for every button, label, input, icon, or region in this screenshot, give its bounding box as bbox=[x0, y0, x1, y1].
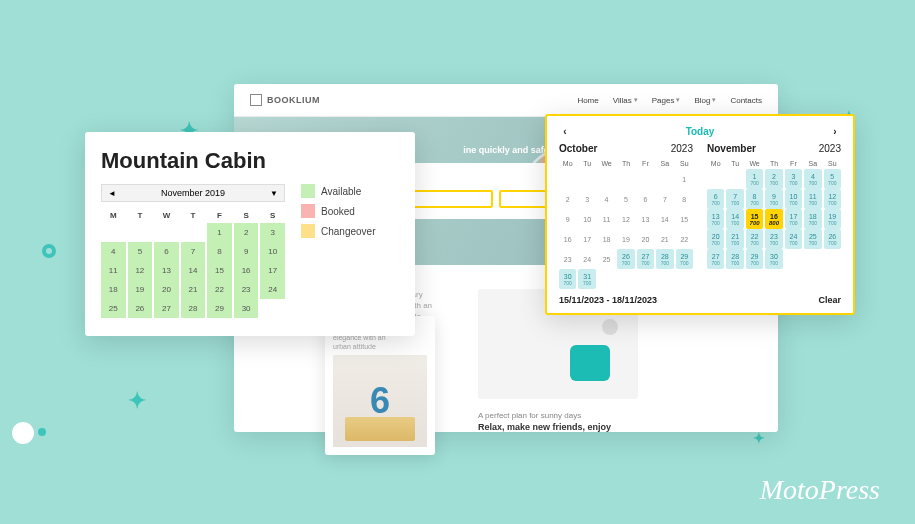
date-cell[interactable]: 22 bbox=[676, 229, 693, 249]
date-cell[interactable]: 1700 bbox=[746, 169, 763, 189]
today-button[interactable]: Today bbox=[686, 126, 715, 137]
date-cell[interactable]: 11 bbox=[598, 209, 615, 229]
calendar-day[interactable]: 15 bbox=[207, 261, 232, 280]
date-cell[interactable]: 30700 bbox=[559, 269, 576, 289]
date-cell[interactable]: 26700 bbox=[617, 249, 634, 269]
calendar-day[interactable]: 18 bbox=[101, 280, 126, 299]
nav-item[interactable]: Contacts bbox=[730, 96, 762, 105]
date-cell[interactable]: 12700 bbox=[824, 189, 841, 209]
date-cell[interactable]: 20700 bbox=[707, 229, 724, 249]
date-cell[interactable]: 25 bbox=[598, 249, 615, 269]
date-cell[interactable]: 3 bbox=[578, 189, 595, 209]
calendar-day[interactable]: 27 bbox=[154, 299, 179, 318]
calendar-day[interactable]: 19 bbox=[128, 280, 153, 299]
calendar-day[interactable]: 24 bbox=[260, 280, 285, 299]
date-cell[interactable]: 20 bbox=[637, 229, 654, 249]
date-cell[interactable]: 29700 bbox=[676, 249, 693, 269]
date-cell[interactable]: 30700 bbox=[765, 249, 782, 269]
date-cell[interactable]: 4 bbox=[598, 189, 615, 209]
chevron-left-icon[interactable]: ◄ bbox=[108, 189, 116, 198]
calendar-day[interactable]: 17 bbox=[260, 261, 285, 280]
calendar-day[interactable]: 9 bbox=[234, 242, 259, 261]
date-cell[interactable]: 10700 bbox=[785, 189, 802, 209]
date-cell[interactable]: 3700 bbox=[785, 169, 802, 189]
date-cell[interactable]: 28700 bbox=[726, 249, 743, 269]
date-cell[interactable]: 27700 bbox=[707, 249, 724, 269]
date-cell[interactable]: 21700 bbox=[726, 229, 743, 249]
date-cell[interactable]: 6700 bbox=[707, 189, 724, 209]
date-cell[interactable]: 6 bbox=[637, 189, 654, 209]
nav-item[interactable]: Villas▾ bbox=[613, 96, 638, 105]
date-cell[interactable]: 29700 bbox=[746, 249, 763, 269]
calendar-day[interactable]: 23 bbox=[234, 280, 259, 299]
date-cell[interactable]: 19 bbox=[617, 229, 634, 249]
calendar-day[interactable]: 7 bbox=[181, 242, 206, 261]
date-cell[interactable]: 18 bbox=[598, 229, 615, 249]
calendar-day[interactable]: 8 bbox=[207, 242, 232, 261]
date-cell[interactable]: 24 bbox=[578, 249, 595, 269]
calendar-day[interactable]: 3 bbox=[260, 223, 285, 242]
month-name[interactable]: October bbox=[559, 143, 597, 154]
calendar-day[interactable]: 25 bbox=[101, 299, 126, 318]
calendar-day[interactable]: 1 bbox=[207, 223, 232, 242]
date-cell[interactable]: 16 bbox=[559, 229, 576, 249]
date-cell[interactable]: 4700 bbox=[804, 169, 821, 189]
date-cell[interactable]: 9700 bbox=[765, 189, 782, 209]
date-cell[interactable]: 8700 bbox=[746, 189, 763, 209]
date-cell[interactable]: 17700 bbox=[785, 209, 802, 229]
calendar-day[interactable]: 21 bbox=[181, 280, 206, 299]
calendar-day[interactable]: 2 bbox=[234, 223, 259, 242]
next-month-button[interactable]: › bbox=[829, 126, 841, 137]
date-cell[interactable]: 23700 bbox=[765, 229, 782, 249]
date-cell[interactable]: 13700 bbox=[707, 209, 724, 229]
month-select[interactable]: ◄ November 2019 ▼ bbox=[101, 184, 285, 202]
date-cell[interactable]: 23 bbox=[559, 249, 576, 269]
dropdown-icon[interactable]: ▼ bbox=[270, 189, 278, 198]
calendar-day[interactable]: 30 bbox=[234, 299, 259, 318]
nav-item[interactable]: Blog▾ bbox=[694, 96, 716, 105]
date-cell[interactable]: 1 bbox=[676, 169, 693, 189]
calendar-day[interactable]: 10 bbox=[260, 242, 285, 261]
calendar-day[interactable]: 29 bbox=[207, 299, 232, 318]
date-cell[interactable]: 31700 bbox=[578, 269, 595, 289]
date-cell[interactable]: 9 bbox=[559, 209, 576, 229]
date-cell[interactable]: 24700 bbox=[785, 229, 802, 249]
date-cell[interactable]: 13 bbox=[637, 209, 654, 229]
date-cell[interactable]: 5700 bbox=[824, 169, 841, 189]
date-cell[interactable]: 11700 bbox=[804, 189, 821, 209]
date-cell[interactable]: 7700 bbox=[726, 189, 743, 209]
date-cell[interactable]: 21 bbox=[656, 229, 673, 249]
date-cell[interactable]: 10 bbox=[578, 209, 595, 229]
date-cell[interactable]: 5 bbox=[617, 189, 634, 209]
date-cell[interactable]: 8 bbox=[676, 189, 693, 209]
date-cell[interactable]: 27700 bbox=[637, 249, 654, 269]
year-label[interactable]: 2023 bbox=[671, 143, 693, 154]
calendar-day[interactable]: 22 bbox=[207, 280, 232, 299]
nav-item[interactable]: Home bbox=[577, 96, 598, 105]
calendar-day[interactable]: 5 bbox=[128, 242, 153, 261]
date-cell[interactable]: 7 bbox=[656, 189, 673, 209]
date-cell[interactable]: 16800 bbox=[765, 209, 782, 229]
calendar-day[interactable]: 26 bbox=[128, 299, 153, 318]
date-cell[interactable]: 15 bbox=[676, 209, 693, 229]
nav-item[interactable]: Pages▾ bbox=[652, 96, 681, 105]
date-cell[interactable]: 22700 bbox=[746, 229, 763, 249]
date-cell[interactable]: 2 bbox=[559, 189, 576, 209]
date-cell[interactable]: 14700 bbox=[726, 209, 743, 229]
calendar-day[interactable]: 20 bbox=[154, 280, 179, 299]
date-cell[interactable]: 26700 bbox=[824, 229, 841, 249]
date-cell[interactable]: 25700 bbox=[804, 229, 821, 249]
prev-month-button[interactable]: ‹ bbox=[559, 126, 571, 137]
calendar-day[interactable]: 14 bbox=[181, 261, 206, 280]
clear-button[interactable]: Clear bbox=[818, 295, 841, 305]
date-cell[interactable]: 14 bbox=[656, 209, 673, 229]
date-cell[interactable]: 2700 bbox=[765, 169, 782, 189]
calendar-day[interactable]: 6 bbox=[154, 242, 179, 261]
date-cell[interactable]: 28700 bbox=[656, 249, 673, 269]
date-cell[interactable]: 17 bbox=[578, 229, 595, 249]
date-cell[interactable]: 19700 bbox=[824, 209, 841, 229]
calendar-day[interactable]: 11 bbox=[101, 261, 126, 280]
calendar-day[interactable]: 12 bbox=[128, 261, 153, 280]
date-cell[interactable]: 18700 bbox=[804, 209, 821, 229]
calendar-day[interactable]: 28 bbox=[181, 299, 206, 318]
